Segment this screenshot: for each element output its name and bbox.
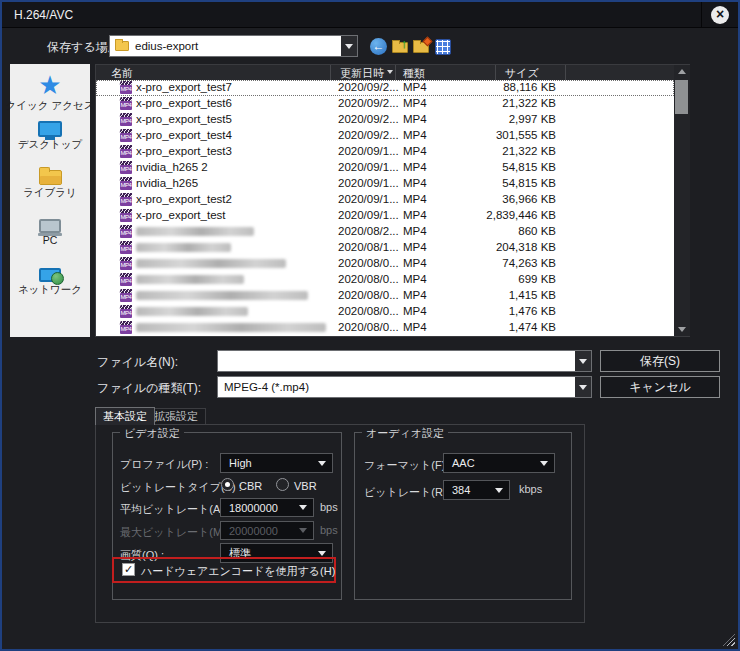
file-type: MP4 [403,241,427,253]
table-row[interactable]: MP4 x-pro_export_test4 2020/09/2... MP4 … [96,128,674,144]
file-type: MP4 [403,145,427,157]
save-location-dropdown[interactable]: edius-export [109,35,358,57]
file-name: x-pro_export_test2 [136,193,232,205]
view-menu-icon[interactable] [435,39,451,55]
column-header-name[interactable]: 名前 [111,66,133,81]
sidebar-item-network[interactable]: ネットワーク [10,268,90,317]
table-row[interactable]: MP4 2020/08/1... MP4 204,318 KB [96,240,674,256]
column-header-type[interactable]: 種類 [403,66,425,81]
hardware-encode-checkbox[interactable] [122,563,135,576]
back-icon[interactable]: ← [370,38,387,55]
tab-basic-settings[interactable]: 基本設定 [95,407,155,425]
save-button[interactable]: 保存(S) [600,350,720,372]
table-row[interactable]: MP4 nvidia_h265 2020/09/1... MP4 54,815 … [96,176,674,192]
up-one-level-icon[interactable]: ↑ [392,38,410,55]
radio-cbr-label: CBR [239,480,262,492]
mp4-file-icon: MP4 [120,81,132,94]
tab-extended-settings[interactable]: 拡張設定 [146,408,206,425]
radio-cbr[interactable] [221,478,234,491]
format-label: フォーマット(F) : [364,458,451,473]
resize-grip[interactable] [723,634,735,646]
star-icon [38,72,61,98]
scroll-up-icon[interactable] [674,65,690,78]
avg-bitrate-label: 平均ビットレート(A) : [120,502,230,517]
close-icon[interactable]: × [711,6,729,24]
file-size: 21,322 KB [436,145,556,157]
file-type: MP4 [403,177,427,189]
cancel-button[interactable]: キャンセル [600,376,720,398]
profile-value: High [229,457,252,469]
vertical-scrollbar[interactable] [674,65,690,336]
file-name [136,241,231,254]
mp4-file-icon: MP4 [120,321,132,334]
mp4-file-icon: MP4 [120,225,132,238]
redacted-file-name [136,291,308,300]
column-header-date[interactable]: 更新日時 [340,66,384,81]
profile-label: プロファイル(P) : [120,457,208,472]
file-date: 2020/09/1... [338,177,399,189]
audio-settings-group-label: オーディオ設定 [362,426,448,441]
new-folder-icon[interactable] [413,38,431,55]
file-size: 699 KB [436,273,556,285]
file-size: 74,263 KB [436,257,556,269]
table-row[interactable]: MP4 2020/08/0... MP4 1,476 KB [96,304,674,320]
file-type: MP4 [403,225,427,237]
file-date: 2020/09/1... [338,161,399,173]
file-type: MP4 [403,305,427,317]
table-row[interactable]: MP4 2020/08/0... MP4 1,474 KB [96,320,674,336]
file-type: MP4 [403,113,427,125]
table-row[interactable]: MP4 2020/08/0... MP4 699 KB [96,272,674,288]
table-row[interactable]: MP4 2020/08/0... MP4 1,415 KB [96,288,674,304]
avg-bitrate-unit: bps [320,501,338,513]
file-date: 2020/08/0... [338,273,399,285]
audio-bitrate-dropdown[interactable]: 384 [443,480,510,500]
sidebar-item-monitor[interactable]: デスクトップ [10,121,90,170]
file-name [136,289,308,302]
dropdown-arrow-button[interactable] [341,36,357,56]
max-bitrate-label: 最大ビットレート(M) : [120,525,232,540]
monitor-icon [38,121,62,137]
avg-bitrate-dropdown[interactable]: 18000000 [220,498,314,517]
filename-input[interactable] [217,350,592,372]
file-type: MP4 [403,209,427,221]
file-name [136,305,248,318]
file-type: MP4 [403,321,427,333]
mp4-file-icon: MP4 [120,113,132,126]
file-name: nvidia_h265 [136,177,198,189]
table-row[interactable]: MP4 2020/08/0... MP4 74,263 KB [96,256,674,272]
column-header-size[interactable]: サイズ [505,66,539,81]
file-date: 2020/08/0... [338,305,399,317]
file-name: x-pro_export_test7 [136,81,232,93]
filename-label: ファイル名(N): [97,354,178,371]
mp4-file-icon: MP4 [120,177,132,190]
file-size: 21,322 KB [436,97,556,109]
scrollbar-thumb[interactable] [675,80,688,114]
table-row[interactable]: MP4 2020/08/2... MP4 860 KB [96,224,674,240]
pc-icon [39,219,61,233]
redacted-file-name [136,275,244,284]
file-date: 2020/08/0... [338,321,399,333]
dropdown-arrow-button[interactable] [575,377,591,397]
table-row[interactable]: MP4 x-pro_export_test6 2020/09/2... MP4 … [96,96,674,112]
save-location-value: edius-export [135,40,198,52]
table-row[interactable]: MP4 x-pro_export_test7 2020/09/2... MP4 … [96,80,674,96]
table-row[interactable]: MP4 x-pro_export_test5 2020/09/2... MP4 … [96,112,674,128]
table-row[interactable]: MP4 x-pro_export_test3 2020/09/1... MP4 … [96,144,674,160]
dropdown-arrow-button[interactable] [575,351,591,371]
file-type: MP4 [403,129,427,141]
scroll-down-icon[interactable] [674,323,690,336]
file-type: MP4 [403,97,427,109]
table-row[interactable]: MP4 x-pro_export_test2 2020/09/1... MP4 … [96,192,674,208]
radio-vbr[interactable] [276,478,289,491]
sidebar-item-pc[interactable]: PC [10,219,90,268]
sidebar-item-folder[interactable]: ライブラリ [10,170,90,219]
format-dropdown[interactable]: AAC [443,453,555,473]
redacted-file-name [136,307,248,316]
table-row[interactable]: MP4 x-pro_export_test 2020/09/1... MP4 2… [96,208,674,224]
hardware-encode-label: ハードウェアエンコードを使用する(H) [141,564,335,579]
table-row[interactable]: MP4 nvidia_h265 2 2020/09/1... MP4 54,81… [96,160,674,176]
sidebar-item-star[interactable]: クイック アクセス [10,72,90,121]
file-name: x-pro_export_test3 [136,145,232,157]
profile-dropdown[interactable]: High [220,453,333,473]
filetype-dropdown[interactable]: MPEG-4 (*.mp4) [217,376,592,398]
